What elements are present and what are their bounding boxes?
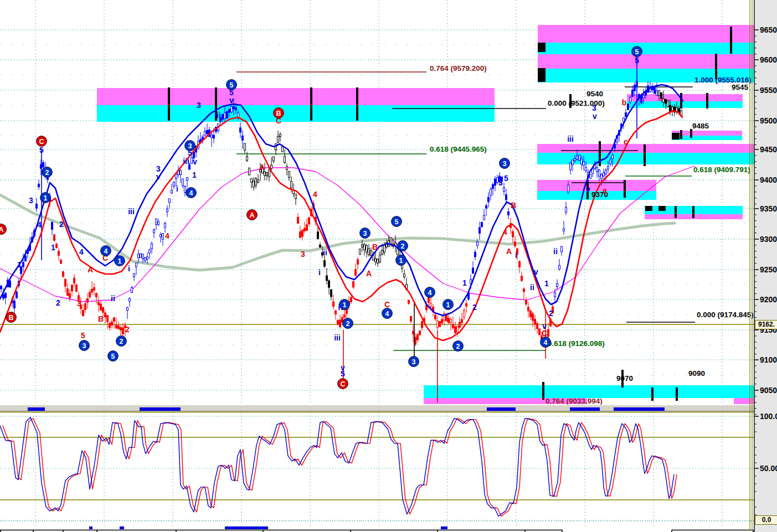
svg-text:9250: 9250 bbox=[760, 265, 777, 274]
svg-text:9100: 9100 bbox=[760, 355, 777, 364]
svg-text:v: v bbox=[593, 112, 597, 121]
svg-text:1: 1 bbox=[17, 260, 22, 269]
svg-text:1: 1 bbox=[462, 278, 467, 287]
svg-text:A: A bbox=[249, 211, 254, 219]
svg-text:2: 2 bbox=[56, 298, 60, 307]
svg-text:9400: 9400 bbox=[760, 175, 777, 184]
svg-text:C: C bbox=[542, 329, 547, 338]
svg-text:1: 1 bbox=[192, 171, 197, 179]
svg-text:1: 1 bbox=[343, 301, 347, 309]
svg-text:9540: 9540 bbox=[586, 90, 603, 98]
svg-text:A: A bbox=[366, 269, 372, 278]
svg-text:A: A bbox=[259, 163, 265, 172]
svg-text:C: C bbox=[39, 138, 44, 146]
svg-text:9450: 9450 bbox=[760, 145, 777, 154]
svg-text:A: A bbox=[506, 247, 512, 256]
svg-text:3: 3 bbox=[503, 160, 507, 168]
svg-text:iii: iii bbox=[567, 135, 574, 143]
svg-text:3: 3 bbox=[83, 342, 86, 350]
svg-text:B: B bbox=[372, 242, 378, 251]
svg-text:v: v bbox=[534, 267, 538, 276]
svg-text:0.764 (9033.994): 0.764 (9033.994) bbox=[546, 397, 603, 405]
svg-text:1: 1 bbox=[399, 257, 403, 265]
svg-text:9485: 9485 bbox=[692, 122, 709, 130]
current-price-box: 9162. bbox=[755, 320, 777, 329]
svg-text:4: 4 bbox=[544, 339, 548, 347]
svg-text:0.000 (9174.845): 0.000 (9174.845) bbox=[697, 311, 754, 319]
svg-text:9550: 9550 bbox=[760, 86, 777, 95]
svg-text:C: C bbox=[340, 380, 345, 388]
svg-text:i: i bbox=[176, 184, 178, 193]
svg-text:2: 2 bbox=[549, 309, 553, 318]
svg-text:v: v bbox=[229, 96, 234, 105]
svg-text:9200: 9200 bbox=[760, 295, 777, 304]
svg-text:9300: 9300 bbox=[760, 235, 777, 244]
svg-text:iii: iii bbox=[334, 333, 341, 342]
svg-text:v: v bbox=[193, 157, 197, 166]
svg-text:3: 3 bbox=[197, 101, 201, 110]
svg-text:a: a bbox=[603, 186, 607, 195]
svg-text:9545: 9545 bbox=[732, 83, 749, 91]
svg-text:4: 4 bbox=[189, 189, 193, 197]
svg-text:3: 3 bbox=[77, 299, 81, 308]
svg-text:9600: 9600 bbox=[760, 55, 777, 64]
svg-text:4: 4 bbox=[37, 220, 42, 229]
svg-text:1: 1 bbox=[118, 257, 122, 265]
svg-text:2: 2 bbox=[125, 325, 130, 334]
svg-text:B: B bbox=[511, 201, 516, 210]
svg-text:9350: 9350 bbox=[760, 204, 777, 213]
svg-text:3: 3 bbox=[363, 230, 367, 237]
svg-text:B: B bbox=[276, 110, 281, 117]
svg-text:9650: 9650 bbox=[760, 25, 777, 34]
svg-text:3: 3 bbox=[29, 196, 33, 205]
svg-text:3: 3 bbox=[592, 104, 596, 112]
chart-canvas[interactable]: 0.764 (9579.200)0.618 (9445.965)0.000 (9… bbox=[0, 0, 777, 532]
svg-text:2: 2 bbox=[401, 242, 405, 250]
price-axis: 9650960095509500945094009350930092509200… bbox=[750, 0, 777, 532]
svg-text:ii: ii bbox=[111, 294, 115, 303]
svg-text:5: 5 bbox=[111, 353, 115, 360]
svg-text:1: 1 bbox=[446, 301, 450, 309]
svg-text:3: 3 bbox=[301, 250, 305, 259]
svg-text:iii: iii bbox=[128, 207, 135, 216]
svg-text:2: 2 bbox=[456, 343, 460, 350]
svg-text:4: 4 bbox=[503, 228, 507, 236]
svg-text:B: B bbox=[98, 314, 104, 323]
svg-text:9090: 9090 bbox=[688, 369, 705, 378]
svg-text:0.618 (9445.965): 0.618 (9445.965) bbox=[430, 145, 487, 153]
svg-text:v: v bbox=[156, 172, 161, 181]
svg-text:2: 2 bbox=[45, 169, 49, 177]
svg-text:i: i bbox=[318, 268, 321, 277]
svg-text:5: 5 bbox=[81, 331, 85, 340]
svg-text:5: 5 bbox=[504, 174, 508, 183]
svg-text:2: 2 bbox=[346, 320, 350, 328]
svg-text:1: 1 bbox=[544, 279, 549, 288]
svg-text:0.618 (9409.791): 0.618 (9409.791) bbox=[693, 166, 750, 174]
svg-text:4: 4 bbox=[313, 190, 317, 199]
svg-text:4: 4 bbox=[104, 247, 108, 255]
svg-text:0.764 (9579.200): 0.764 (9579.200) bbox=[430, 64, 487, 73]
svg-text:4: 4 bbox=[79, 247, 84, 256]
svg-text:5: 5 bbox=[230, 81, 234, 89]
svg-text:5: 5 bbox=[635, 56, 639, 65]
svg-text:2: 2 bbox=[59, 220, 64, 229]
svg-text:2: 2 bbox=[120, 338, 124, 345]
svg-text:v: v bbox=[586, 185, 590, 194]
svg-text:4: 4 bbox=[428, 289, 432, 297]
svg-text:1: 1 bbox=[51, 243, 55, 252]
svg-text:4: 4 bbox=[385, 310, 389, 318]
svg-text:i: i bbox=[515, 251, 517, 260]
svg-text:iii: iii bbox=[183, 157, 189, 166]
svg-text:9070: 9070 bbox=[616, 374, 633, 383]
svg-text:ii: ii bbox=[553, 247, 558, 256]
svg-text:50.00: 50.00 bbox=[760, 464, 777, 473]
svg-text:C: C bbox=[384, 300, 390, 309]
svg-text:2: 2 bbox=[472, 303, 477, 312]
svg-text:A: A bbox=[0, 226, 4, 234]
svg-text:3: 3 bbox=[498, 178, 503, 187]
svg-text:i: i bbox=[128, 264, 130, 273]
svg-text:c: c bbox=[624, 137, 628, 146]
svg-text:9500: 9500 bbox=[760, 116, 777, 125]
svg-text:1: 1 bbox=[44, 194, 48, 202]
svg-text:ii: ii bbox=[530, 283, 534, 292]
